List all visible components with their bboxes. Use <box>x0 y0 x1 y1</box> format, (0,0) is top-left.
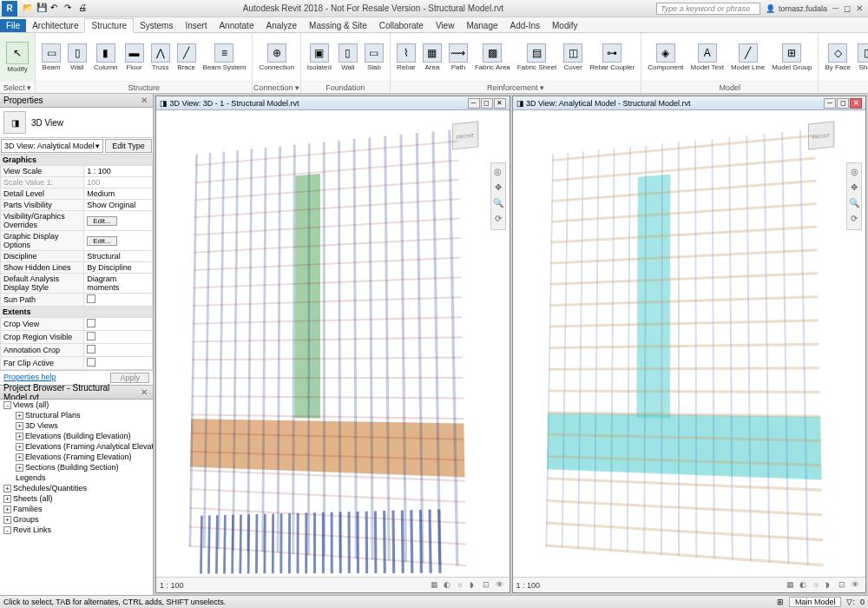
expand-icon[interactable]: + <box>16 464 23 472</box>
fabric-sheet-button[interactable]: ▤Fabric Sheet <box>515 43 559 72</box>
viewport-title[interactable]: ◨ 3D View: Analytical Model - Structural… <box>513 96 866 110</box>
tree-root-item[interactable]: +Groups <box>0 514 153 525</box>
prop-value[interactable]: Show Original <box>84 200 153 211</box>
close-icon[interactable]: ✕ <box>494 98 506 109</box>
prop-value[interactable]: 1 : 100 <box>84 166 153 177</box>
truss-button[interactable]: ⋀Truss <box>148 43 173 72</box>
model-line-button[interactable]: ╱Model Line <box>728 43 767 72</box>
tree-root-item[interactable]: +Sheets (all) <box>0 493 153 504</box>
connection-button[interactable]: ⊕Connection <box>256 43 296 72</box>
expand-icon[interactable]: + <box>3 516 11 524</box>
tab-massing[interactable]: Massing & Site <box>303 19 373 32</box>
prop-value[interactable]: By Discipline <box>84 262 153 274</box>
cover-button[interactable]: ◫Cover <box>561 43 585 72</box>
tree-item[interactable]: +Sections (Building Section) <box>0 462 153 473</box>
panel-label[interactable]: Foundation <box>301 81 390 93</box>
detail-icon[interactable]: ▦ <box>431 580 441 591</box>
hide-icon[interactable]: 👁 <box>852 580 862 591</box>
viewport-canvas[interactable]: FRONT ◎✥🔍⟳ <box>156 110 510 577</box>
beam-system-button[interactable]: ≡Beam System <box>201 43 249 72</box>
panel-label[interactable]: Select ▾ <box>0 81 35 93</box>
prop-value[interactable] <box>84 331 153 344</box>
tab-insert[interactable]: Insert <box>179 19 213 32</box>
shadow-icon[interactable]: ◗ <box>470 580 480 591</box>
prop-value[interactable]: 100 <box>84 177 153 188</box>
tab-analyze[interactable]: Analyze <box>260 19 303 32</box>
expand-icon[interactable]: - <box>3 526 11 534</box>
hide-icon[interactable]: 👁 <box>496 580 506 591</box>
qat-undo-icon[interactable]: ↶ <box>50 3 62 15</box>
tab-manage[interactable]: Manage <box>460 19 503 32</box>
workset-icon[interactable]: ⊞ <box>777 598 784 606</box>
checkbox[interactable] <box>87 319 95 327</box>
tree-item[interactable]: +Elevations (Framing Analytical Elevatio… <box>0 441 153 452</box>
tab-file[interactable]: File <box>0 19 26 32</box>
viewport-title[interactable]: ◨ 3D View: 3D - 1 - Structural Model.rvt… <box>156 96 510 110</box>
path-button[interactable]: ⟿Path <box>446 43 470 72</box>
beam-button[interactable]: ▭Beam <box>39 43 63 72</box>
shaft-button[interactable]: ▯Shaft <box>855 43 868 72</box>
close-icon[interactable]: ✕ <box>850 98 862 109</box>
tree-root-item[interactable]: -Revit Links <box>0 525 153 535</box>
viewport-left[interactable]: ◨ 3D View: 3D - 1 - Structural Model.rvt… <box>155 96 510 593</box>
prop-value[interactable]: Diagram moments <box>84 274 153 294</box>
tab-addins[interactable]: Add-Ins <box>504 19 546 32</box>
expand-icon[interactable]: + <box>16 443 23 451</box>
detail-icon[interactable]: ▦ <box>786 580 797 591</box>
floor-button[interactable]: ▬Floor <box>122 43 147 72</box>
rebar-button[interactable]: ⌇Rebar <box>394 43 418 72</box>
tab-view[interactable]: View <box>430 19 461 32</box>
close-icon[interactable]: ✕ <box>856 3 863 13</box>
wall-button[interactable]: ▯Wall <box>65 43 89 72</box>
fdn-wall-button[interactable]: ▯Wall <box>336 43 360 72</box>
minimize-icon[interactable]: ─ <box>468 98 480 109</box>
crop-icon[interactable]: ⊡ <box>483 580 493 591</box>
expand-icon[interactable]: + <box>16 412 23 420</box>
maximize-icon[interactable]: ◻ <box>844 3 851 13</box>
checkbox[interactable] <box>87 332 95 340</box>
edit-button[interactable]: Edit... <box>87 236 116 246</box>
expand-icon[interactable]: + <box>16 453 23 461</box>
scale-display[interactable]: 1 : 100 <box>160 581 184 590</box>
tab-architecture[interactable]: Architecture <box>26 19 84 32</box>
shadow-icon[interactable]: ◗ <box>825 580 836 591</box>
maximize-icon[interactable]: ◻ <box>837 98 849 109</box>
type-selector[interactable]: 3D View: Analytical Model▾ <box>1 139 103 153</box>
properties-header[interactable]: Properties ✕ <box>0 94 153 108</box>
crop-icon[interactable]: ⊡ <box>838 580 849 591</box>
close-icon[interactable]: ✕ <box>140 387 149 397</box>
fabric-area-button[interactable]: ▩Fabric Area <box>472 43 513 72</box>
pan-icon[interactable]: ✥ <box>848 182 860 195</box>
checkbox[interactable] <box>87 358 95 367</box>
tree-item[interactable]: Legends <box>0 473 153 483</box>
expand-icon[interactable]: + <box>16 422 23 430</box>
checkbox[interactable] <box>87 294 95 303</box>
qat-redo-icon[interactable]: ↷ <box>64 3 76 15</box>
tab-modify[interactable]: Modify <box>546 19 583 32</box>
prop-value[interactable] <box>84 357 153 370</box>
tree-item[interactable]: +Structural Plans <box>0 410 153 420</box>
steering-icon[interactable]: ◎ <box>492 167 504 179</box>
expand-icon[interactable]: + <box>16 433 23 440</box>
visual-style-icon[interactable]: ◐ <box>799 580 810 591</box>
viewport-right[interactable]: ◨ 3D View: Analytical Model - Structural… <box>512 96 867 593</box>
sun-icon[interactable]: ☼ <box>812 580 823 591</box>
browser-header[interactable]: Project Browser - Structural Model.rvt ✕ <box>0 386 153 400</box>
prop-value[interactable]: Edit... <box>84 211 153 231</box>
tab-annotate[interactable]: Annotate <box>213 19 260 32</box>
expand-icon[interactable]: - <box>3 401 11 409</box>
panel-label[interactable]: Connection ▾ <box>253 81 299 93</box>
edit-type-button[interactable]: Edit Type <box>105 139 152 153</box>
expand-icon[interactable]: + <box>3 495 11 503</box>
user-area[interactable]: 👤 tomasz.fudala <box>766 4 827 13</box>
zoom-icon[interactable]: 🔍 <box>848 198 860 210</box>
qat-open-icon[interactable]: 📂 <box>23 3 35 15</box>
panel-label[interactable]: Reinforcement ▾ <box>391 81 641 93</box>
expand-icon[interactable]: + <box>3 485 11 492</box>
prop-value[interactable]: Edit... <box>84 231 153 251</box>
tab-structure[interactable]: Structure <box>84 18 134 33</box>
qat-save-icon[interactable]: 💾 <box>36 3 49 15</box>
properties-help-link[interactable]: Properties help <box>3 373 56 383</box>
apply-button[interactable]: Apply <box>110 373 149 383</box>
brace-button[interactable]: ╱Brace <box>174 43 199 72</box>
